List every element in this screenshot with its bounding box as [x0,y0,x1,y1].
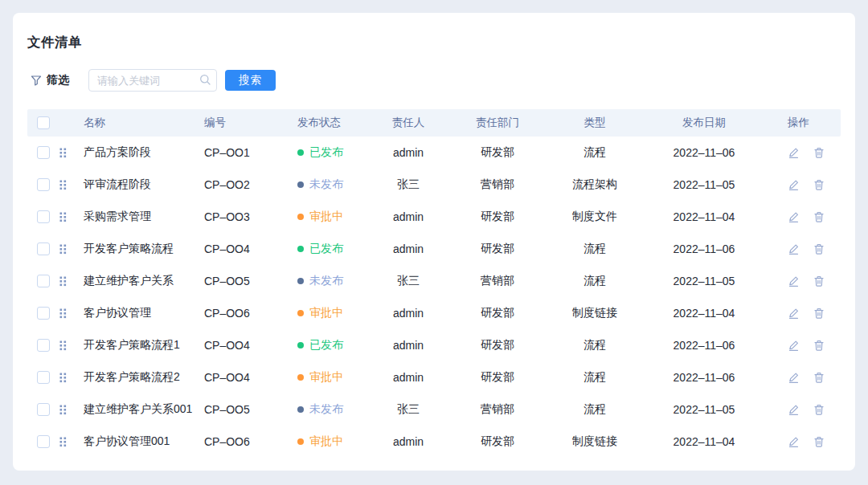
delete-button[interactable] [813,275,825,287]
edit-button[interactable] [788,404,800,416]
edit-pencil-icon [788,404,800,416]
search-magnifier-icon[interactable] [199,74,211,86]
column-header-status: 发布状态 [294,116,371,130]
delete-button[interactable] [813,243,825,255]
drag-handle[interactable] [59,373,80,383]
drag-handle[interactable] [59,276,80,287]
table-row: 产品方案阶段 CP–OO1 已发布 admin 研发部 流程 2022–11–0… [27,137,841,169]
table-row: 评审流程阶段 CP–OO2 未发布 张三 营销部 流程架构 2022–11–05 [27,169,841,201]
row-checkbox-cell [27,178,59,191]
delete-button[interactable] [813,179,825,191]
cell-owner: 张三 [371,177,445,192]
drag-handle[interactable] [59,180,80,190]
cell-owner: 张三 [371,402,445,417]
cell-date: 2022–11–04 [640,210,768,223]
edit-button[interactable] [788,243,800,255]
delete-trash-icon [813,211,825,223]
delete-trash-icon [813,436,825,448]
status-badge: 审批中 [297,210,371,224]
delete-button[interactable] [813,308,825,320]
edit-pencil-icon [788,308,800,320]
edit-button[interactable] [788,372,800,384]
row-checkbox[interactable] [37,178,50,191]
drag-handle-icon [59,244,67,255]
edit-button[interactable] [788,275,800,287]
cell-owner: admin [371,243,445,255]
cell-status: 已发布 [294,242,371,256]
cell-code: CP–OO5 [201,403,294,416]
row-checkbox[interactable] [37,243,50,255]
cell-date: 2022–11–05 [640,275,768,287]
cell-code: CP–OO6 [201,435,294,448]
filter-button[interactable]: 筛选 [31,73,69,88]
table-row: 建立维护客户关系001 CP–OO5 未发布 张三 营销部 流程 2022–11… [27,393,841,426]
cell-name: 开发客户策略流程2 [80,370,201,385]
cell-dept: 研发部 [445,434,550,449]
row-checkbox-cell [27,243,59,255]
delete-button[interactable] [813,340,825,352]
column-header-dept: 责任部门 [445,116,550,130]
drag-handle[interactable] [59,405,80,415]
cell-name: 开发客户策略流程 [80,242,201,256]
delete-trash-icon [813,243,825,255]
cell-owner: admin [371,307,445,320]
table-row: 开发客户策略流程 CP–OO4 已发布 admin 研发部 流程 2022–11… [27,233,841,265]
status-dot-icon [297,214,304,220]
cell-name: 建立维护客户关系 [80,274,201,288]
cell-code: CP–OO4 [201,243,294,255]
drag-handle[interactable] [59,212,80,222]
delete-trash-icon [813,179,825,191]
row-checkbox[interactable] [37,275,50,287]
row-checkbox[interactable] [37,307,50,320]
filter-label: 筛选 [47,73,69,88]
drag-handle[interactable] [59,148,80,158]
row-checkbox[interactable] [37,435,50,448]
search-button[interactable]: 搜索 [225,70,276,91]
edit-button[interactable] [788,179,800,191]
status-label: 已发布 [309,242,343,256]
cell-date: 2022–11–05 [640,403,768,416]
search-input[interactable] [88,69,217,92]
cell-actions [768,179,841,191]
edit-button[interactable] [788,211,800,223]
cell-date: 2022–11–04 [640,307,768,320]
drag-handle[interactable] [59,340,80,351]
edit-button[interactable] [788,340,800,352]
row-checkbox-cell [27,307,59,320]
delete-button[interactable] [813,147,825,159]
edit-button[interactable] [788,436,800,448]
cell-status: 未发布 [294,402,371,417]
drag-handle[interactable] [59,308,80,319]
cell-date: 2022–11–06 [640,243,768,255]
edit-pencil-icon [788,340,800,352]
cell-dept: 研发部 [445,306,550,320]
cell-status: 未发布 [294,177,371,192]
delete-trash-icon [813,340,825,352]
cell-owner: admin [371,210,445,223]
row-checkbox[interactable] [37,146,50,159]
row-checkbox[interactable] [37,339,50,352]
delete-button[interactable] [813,436,825,448]
cell-code: CP–OO4 [201,371,294,384]
cell-actions [768,372,841,384]
cell-dept: 研发部 [445,338,550,353]
edit-pencil-icon [788,436,800,448]
edit-pencil-icon [788,179,800,191]
cell-actions [768,211,841,223]
drag-handle[interactable] [59,244,80,255]
cell-code: CP–OO6 [201,307,294,320]
row-checkbox[interactable] [37,403,50,416]
status-label: 审批中 [309,306,343,320]
delete-button[interactable] [813,404,825,416]
delete-button[interactable] [813,372,825,384]
cell-actions [768,340,841,352]
delete-button[interactable] [813,211,825,223]
status-label: 未发布 [309,402,343,417]
select-all-checkbox[interactable] [37,116,50,129]
delete-trash-icon [813,147,825,159]
drag-handle[interactable] [59,437,80,447]
row-checkbox[interactable] [37,371,50,384]
edit-button[interactable] [788,308,800,320]
edit-button[interactable] [788,147,800,159]
row-checkbox[interactable] [37,210,50,223]
